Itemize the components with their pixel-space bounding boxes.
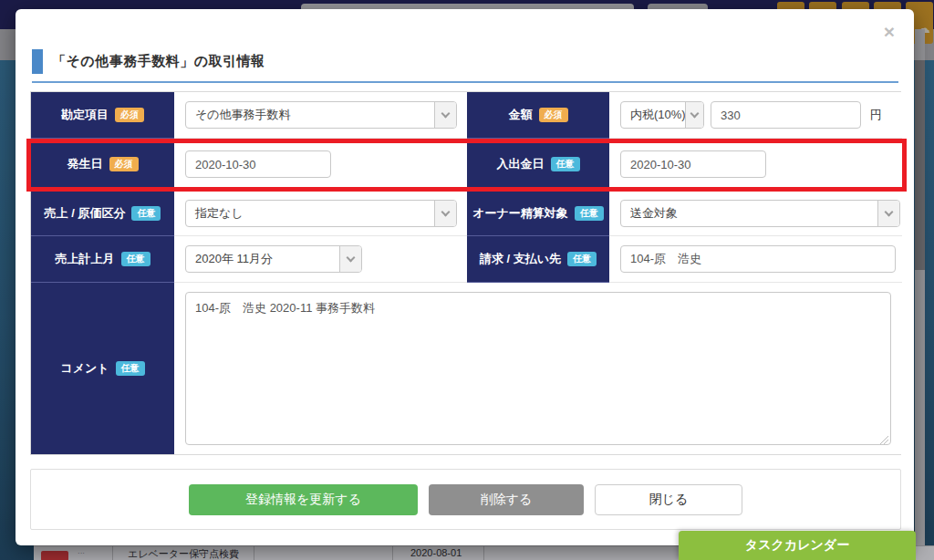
- cell-paid-on: [609, 139, 902, 191]
- optional-badge: 任意: [131, 206, 161, 221]
- modal-title: 「その他事務手数料」の取引情報: [52, 53, 265, 70]
- amount-input[interactable]: [711, 101, 861, 129]
- field-label: 入出金日: [497, 156, 545, 172]
- optional-badge: 任意: [575, 206, 604, 221]
- label-amount: 金額 必須: [467, 92, 609, 139]
- update-button[interactable]: 登録情報を更新する: [189, 484, 418, 515]
- label-sales-cost-type: 売上 / 原価区分 任意: [31, 191, 174, 236]
- field-label: オーナー精算対象: [472, 205, 568, 222]
- resize-handle-icon[interactable]: [880, 436, 888, 444]
- chevron-down-icon: [434, 102, 456, 128]
- field-label: 発生日: [67, 156, 103, 172]
- transaction-info-modal: × 「その他事務手数料」の取引情報 勘定項目 必須 その他事務手数料 金額 必須: [16, 9, 914, 545]
- required-badge: 必須: [115, 108, 144, 122]
- optional-badge: 任意: [567, 252, 597, 266]
- close-icon[interactable]: ×: [879, 22, 899, 42]
- account-item-select[interactable]: その他事務手数料: [185, 101, 457, 129]
- optional-badge: 任意: [551, 157, 580, 171]
- cell-sales-cost-type: 指定なし: [174, 191, 467, 236]
- deposit-date-input[interactable]: [620, 150, 766, 178]
- sales-cost-type-value: 指定なし: [186, 205, 434, 222]
- comment-textarea[interactable]: 104-原 浩史 2020-11 事務手数料: [185, 292, 891, 445]
- delete-button[interactable]: 削除する: [429, 484, 584, 515]
- cell-owner-settlement: 送金対象: [609, 191, 902, 236]
- label-owner-settlement: オーナー精算対象 任意: [467, 191, 609, 236]
- cell-account-item: その他事務手数料: [174, 92, 467, 139]
- sales-cost-type-select[interactable]: 指定なし: [185, 200, 457, 227]
- modal-footer: 登録情報を更新する 削除する 閉じる: [30, 469, 901, 530]
- tax-type-value: 内税(10%): [621, 107, 685, 123]
- occurrence-date-input[interactable]: [185, 150, 331, 178]
- sales-month-select[interactable]: 2020年 11月分: [185, 245, 362, 273]
- optional-badge: 任意: [121, 252, 150, 266]
- close-button[interactable]: 閉じる: [595, 484, 742, 515]
- modal-header: 「その他事務手数料」の取引情報: [32, 49, 898, 83]
- cell-sales-month: 2020年 11月分: [174, 236, 467, 283]
- label-account-item: 勘定項目 必須: [31, 92, 174, 139]
- chevron-down-icon: [877, 201, 899, 226]
- transaction-form-table: 勘定項目 必須 その他事務手数料 金額 必須 内税(10%) 円: [30, 91, 901, 455]
- cell-payee: [609, 236, 902, 283]
- field-label: 金額: [509, 107, 533, 123]
- owner-settlement-select[interactable]: 送金対象: [620, 200, 900, 227]
- task-calendar-button[interactable]: タスクカレンダー: [679, 531, 916, 560]
- chevron-down-icon: [339, 246, 361, 272]
- field-label: コメント: [60, 360, 109, 377]
- label-sales-month: 売上計上月 任意: [31, 236, 174, 283]
- account-item-value: その他事務手数料: [186, 107, 434, 123]
- field-label: 売上計上月: [56, 251, 115, 267]
- label-paid-on: 入出金日 任意: [467, 139, 609, 191]
- field-label: 売上 / 原価区分: [45, 205, 126, 222]
- tax-type-select[interactable]: 内税(10%): [620, 101, 704, 129]
- required-badge: 必須: [109, 157, 139, 171]
- owner-settlement-value: 送金対象: [621, 205, 877, 222]
- label-payee: 請求 / 支払い先 任意: [467, 236, 609, 283]
- payee-input[interactable]: [620, 245, 896, 273]
- cell-amount: 内税(10%) 円: [609, 92, 902, 139]
- currency-unit-label: 円: [870, 107, 882, 123]
- optional-badge: 任意: [116, 361, 145, 376]
- chevron-down-icon: [685, 102, 703, 128]
- required-badge: 必須: [539, 108, 568, 122]
- field-label: 勘定項目: [61, 107, 109, 123]
- chevron-down-icon: [434, 201, 456, 226]
- title-accent-bar: [32, 49, 43, 74]
- label-comment: コメント 任意: [31, 283, 174, 454]
- sales-month-value: 2020年 11月分: [186, 251, 339, 267]
- cell-occurred-on: [174, 139, 467, 191]
- field-label: 請求 / 支払い先: [480, 251, 561, 267]
- cell-comment: 104-原 浩史 2020-11 事務手数料: [174, 283, 902, 454]
- page: ☁ ··· エレベーター保守点検費 2020-08-01 × 「その他事務手数料…: [0, 0, 934, 560]
- label-occurred-on: 発生日 必須: [31, 139, 174, 191]
